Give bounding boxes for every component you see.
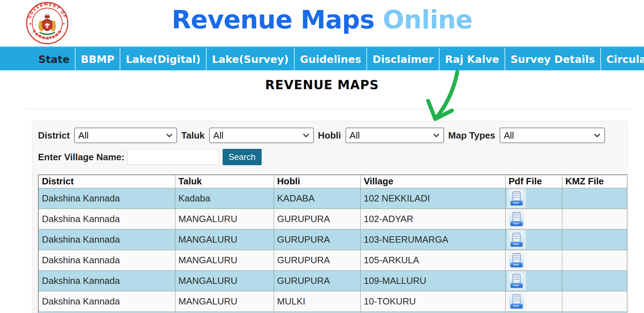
district-cell: Dakshina Kannada <box>38 188 175 209</box>
table-row: Dakshina Kannada MANGALURU GURUPURA 109-… <box>38 270 627 291</box>
hobli-cell: GURUPURA <box>274 270 360 291</box>
village-cell: 103-NEERUMARGA <box>360 229 505 250</box>
hobli-cell: KADABA <box>274 188 360 209</box>
table-row: Dakshina Kannada MANGALURU GURUPURA 102-… <box>38 209 627 229</box>
nav-item-guidelines[interactable]: Guidelines <box>295 48 367 70</box>
column-header-taluk: Taluk <box>175 175 274 188</box>
hobli-cell: GURUPURA <box>274 209 360 229</box>
pdf-file-icon: PDF <box>509 252 524 269</box>
district-cell: Dakshina Kannada <box>38 250 175 270</box>
page-title: REVENUE MAPS <box>0 78 644 92</box>
pdf-ribbon-label: PDF <box>511 201 523 205</box>
search-button[interactable]: Search <box>223 149 262 165</box>
pdf-download-button[interactable]: PDF <box>507 209 526 229</box>
pdf-download-button[interactable]: PDF <box>507 291 526 311</box>
district-cell: Dakshina Kannada <box>38 229 175 250</box>
pdf-file-cell: PDF <box>505 188 562 209</box>
district-select-value: All <box>78 130 89 141</box>
kmz-file-cell <box>562 229 627 250</box>
site-title-primary: Revenue Maps <box>172 5 375 34</box>
district-select[interactable]: All <box>74 128 177 143</box>
pdf-download-button[interactable]: PDF <box>507 271 526 291</box>
main-navbar: State BBMP Lake(Digital) Lake(Survey) Gu… <box>0 47 644 70</box>
column-header-district: District <box>38 175 175 188</box>
taluk-cell: MANGALURU <box>175 209 274 229</box>
pdf-file-cell: PDF <box>505 270 562 291</box>
table-body: Dakshina Kannada Kadaba KADABA 102 NEKKI… <box>38 188 627 313</box>
column-header-kmz-file: KMZ File <box>562 175 627 188</box>
kmz-file-cell <box>562 250 627 270</box>
kmz-file-cell <box>562 209 627 229</box>
pdf-file-cell: PDF <box>505 250 562 270</box>
pdf-file-cell: PDF <box>505 291 562 312</box>
revenue-maps-panel: District All Taluk All Hobli All Map Typ… <box>32 121 628 313</box>
hobli-select[interactable]: All <box>345 128 444 143</box>
table-row-partial <box>38 312 627 313</box>
pdf-file-cell <box>505 312 562 313</box>
pdf-ribbon-label: PDF <box>511 242 523 247</box>
nav-item-raj-kalve[interactable]: Raj Kalve <box>440 48 505 70</box>
pdf-ribbon-label: PDF <box>511 221 523 226</box>
hobli-cell: GURUPURA <box>274 229 360 250</box>
nav-item-circular[interactable]: Circular <box>601 48 644 70</box>
taluk-cell: MANGALURU <box>175 229 274 250</box>
pdf-file-icon: PDF <box>509 293 524 310</box>
nav-item-survey-details[interactable]: Survey Details <box>505 48 601 70</box>
chevron-down-icon <box>303 131 309 137</box>
table-row: Dakshina Kannada MANGALURU GURUPURA 105-… <box>38 250 627 270</box>
pdf-file-icon: PDF <box>509 231 524 248</box>
district-cell: Dakshina Kannada <box>38 291 175 312</box>
taluk-select-value: All <box>213 130 224 141</box>
map-types-select-value: All <box>504 130 514 141</box>
pdf-file-icon: PDF <box>509 190 524 207</box>
revenue-maps-table: District Taluk Hobli Village Pdf File KM… <box>38 174 628 313</box>
taluk-label: Taluk <box>181 130 205 141</box>
table-row: Dakshina Kannada MANGALURU GURUPURA 103-… <box>38 229 627 250</box>
map-types-label: Map Types <box>448 130 495 141</box>
horizontal-divider <box>27 109 631 109</box>
village-cell: 109-MALLURU <box>360 270 505 291</box>
pdf-file-cell: PDF <box>505 229 562 250</box>
table-header-row: District Taluk Hobli Village Pdf File KM… <box>38 175 627 188</box>
kmz-file-cell <box>562 312 627 313</box>
nav-item-lake-survey[interactable]: Lake(Survey) <box>207 48 295 70</box>
pdf-file-icon: PDF <box>509 210 524 227</box>
column-header-pdf-file: Pdf File <box>505 175 562 188</box>
village-search-row: Enter Village Name: Search <box>38 149 627 165</box>
taluk-cell: MANGALURU <box>175 291 274 312</box>
hobli-select-value: All <box>350 130 360 141</box>
nav-item-bbmp[interactable]: BBMP <box>76 48 120 70</box>
hobli-cell: GURUPURA <box>274 250 360 270</box>
site-title-secondary: Online <box>374 5 472 34</box>
site-title: Revenue Maps Online <box>0 0 644 42</box>
district-cell: Dakshina Kannada <box>38 270 175 291</box>
pdf-download-button[interactable]: PDF <box>507 188 526 208</box>
village-name-input[interactable] <box>127 149 219 165</box>
column-header-village: Village <box>360 175 505 188</box>
pdf-download-button[interactable]: PDF <box>507 250 526 270</box>
pdf-file-cell: PDF <box>505 209 562 229</box>
hobli-label: Hobli <box>318 130 341 141</box>
taluk-cell: Kadaba <box>175 188 274 209</box>
nav-item-lake-digital[interactable]: Lake(Digital) <box>120 48 207 70</box>
map-types-select[interactable]: All <box>500 128 605 143</box>
village-cell: 105-ARKULA <box>360 250 505 270</box>
village-cell: 102-ADYAR <box>360 209 505 229</box>
pdf-ribbon-label: PDF <box>511 263 523 267</box>
table-row: Dakshina Kannada MANGALURU MULKI 10-TOKU… <box>38 291 627 312</box>
nav-item-state[interactable]: State <box>33 48 76 70</box>
hobli-cell <box>274 312 360 313</box>
filter-row: District All Taluk All Hobli All Map Typ… <box>38 128 627 143</box>
pdf-ribbon-label: PDF <box>511 283 523 288</box>
masthead: GOVERMENT OF KARNATAKA ★ ★ Revenue Maps … <box>0 0 644 47</box>
hobli-cell: MULKI <box>274 291 360 312</box>
table-row: Dakshina Kannada Kadaba KADABA 102 NEKKI… <box>38 188 627 209</box>
village-cell: 10-TOKURU <box>360 291 505 312</box>
column-header-hobli: Hobli <box>274 175 360 188</box>
taluk-select[interactable]: All <box>209 128 314 143</box>
nav-item-disclaimer[interactable]: Disclaimer <box>367 48 440 70</box>
pdf-ribbon-label: PDF <box>511 304 523 308</box>
chevron-down-icon <box>433 131 439 137</box>
pdf-download-button[interactable]: PDF <box>507 230 526 249</box>
district-label: District <box>38 130 70 141</box>
